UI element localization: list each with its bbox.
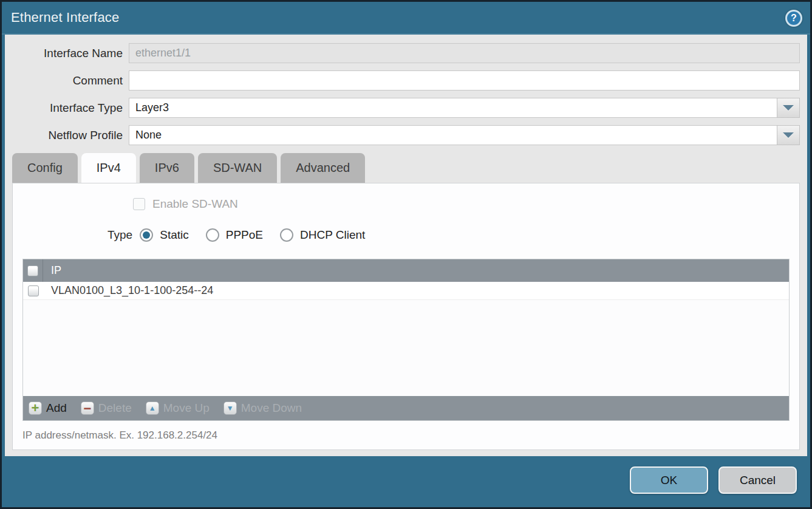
add-button[interactable]: + Add [29, 401, 67, 415]
enable-sdwan-row: Enable SD-WAN [133, 197, 799, 211]
table-row[interactable]: VLAN0100_L3_10-1-100-254--24 [23, 282, 789, 300]
comment-input[interactable] [129, 70, 800, 91]
row-checkbox[interactable] [28, 285, 39, 296]
ipv4-panel: Enable SD-WAN Type Static PPPoE DHCP Cli… [12, 183, 800, 450]
ip-table: IP VLAN0100_L3_10-1-100-254--24 + Add [22, 259, 790, 421]
interface-type-row: Interface Type Layer3 [12, 98, 800, 118]
ok-button[interactable]: OK [630, 466, 708, 494]
tab-advanced[interactable]: Advanced [281, 153, 365, 183]
add-button-label: Add [46, 401, 67, 415]
radio-pppoe[interactable] [206, 228, 219, 242]
dialog-footer: OK Cancel [2, 456, 810, 507]
type-radio-group: Type Static PPPoE DHCP Client [107, 227, 799, 243]
interface-name-value: ethernet1/1 [135, 47, 191, 60]
row-ip-value: VLAN0100_L3_10-1-100-254--24 [51, 284, 213, 297]
interface-type-label: Interface Type [12, 101, 123, 115]
chevron-down-icon [783, 105, 794, 111]
table-toolbar: + Add − Delete ▲ Move Up ▼ Move Down [23, 396, 789, 420]
comment-label: Comment [12, 74, 123, 87]
chevron-down-icon [783, 132, 794, 138]
ip-format-hint: IP address/netmask. Ex. 192.168.2.254/24 [22, 429, 799, 442]
plus-icon: + [29, 401, 42, 415]
titlebar: Ethernet Interface ? [2, 2, 810, 35]
enable-sdwan-label: Enable SD-WAN [152, 197, 238, 211]
netflow-profile-combo: None [129, 125, 800, 145]
delete-button-label: Delete [98, 401, 132, 415]
radio-static-label: Static [160, 228, 189, 242]
radio-pppoe-label: PPPoE [226, 228, 263, 242]
cancel-button[interactable]: Cancel [718, 466, 797, 494]
interface-name-input: ethernet1/1 [129, 43, 800, 63]
move-down-button-label: Move Down [241, 401, 302, 415]
netflow-profile-dropdown-button[interactable] [777, 125, 800, 145]
ethernet-interface-dialog: Ethernet Interface ? Interface Name ethe… [0, 0, 812, 509]
tab-sdwan[interactable]: SD-WAN [198, 153, 277, 183]
tab-ipv4[interactable]: IPv4 [81, 153, 136, 183]
table-empty-area [23, 300, 789, 396]
help-icon-glyph: ? [791, 13, 797, 24]
move-up-button-label: Move Up [163, 401, 210, 415]
arrow-up-icon: ▲ [146, 401, 159, 415]
move-down-button: ▼ Move Down [223, 401, 302, 415]
tab-ipv6[interactable]: IPv6 [140, 153, 194, 183]
radio-dhcp-client[interactable] [280, 228, 293, 242]
netflow-profile-label: Netflow Profile [12, 129, 123, 142]
dialog-body: Interface Name ethernet1/1 Comment Inter… [5, 35, 807, 456]
tab-config[interactable]: Config [12, 153, 78, 183]
select-all-checkbox[interactable] [27, 265, 38, 276]
tabstrip: Config IPv4 IPv6 SD-WAN Advanced [12, 153, 800, 183]
type-label: Type [107, 228, 132, 242]
interface-type-dropdown-button[interactable] [777, 98, 800, 118]
interface-type-combo: Layer3 [129, 98, 800, 118]
delete-button: − Delete [81, 401, 132, 415]
netflow-profile-row: Netflow Profile None [12, 125, 800, 145]
radio-dhcp-client-label: DHCP Client [300, 228, 365, 242]
netflow-profile-select[interactable]: None [129, 125, 777, 145]
header-checkbox-cell [23, 259, 43, 282]
enable-sdwan-checkbox [133, 198, 145, 210]
help-icon[interactable]: ? [785, 10, 802, 27]
radio-static[interactable] [140, 228, 153, 242]
ip-column-header: IP [51, 264, 61, 277]
move-up-button: ▲ Move Up [146, 401, 210, 415]
interface-name-row: Interface Name ethernet1/1 [12, 43, 800, 63]
minus-icon: − [81, 401, 94, 415]
ip-table-header: IP [23, 259, 789, 282]
comment-row: Comment [12, 70, 800, 91]
arrow-down-icon: ▼ [223, 401, 237, 415]
interface-type-value: Layer3 [135, 101, 169, 114]
netflow-profile-value: None [135, 129, 162, 142]
row-checkbox-cell [23, 285, 43, 296]
interface-name-label: Interface Name [12, 47, 123, 60]
interface-type-select[interactable]: Layer3 [129, 98, 777, 118]
dialog-title: Ethernet Interface [11, 10, 119, 26]
